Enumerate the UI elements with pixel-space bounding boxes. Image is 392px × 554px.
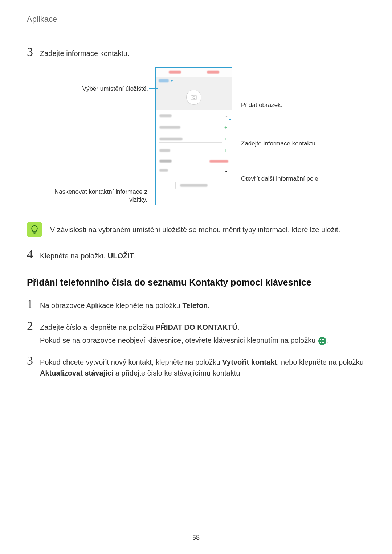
callout-add-image: Přidat obrázek. — [241, 101, 282, 109]
step-text: Klepněte na položku ULOŽIT. — [40, 248, 136, 261]
svg-rect-3 — [33, 231, 36, 232]
text-run: . — [237, 323, 240, 331]
leader-line — [229, 178, 238, 178]
step-text: Zadejte číslo a klepněte na položku PŘID… — [40, 320, 329, 346]
plus-icon: + — [223, 124, 228, 130]
leader-line — [149, 194, 176, 194]
text-run: Zadejte číslo a klepněte na položku — [40, 323, 156, 331]
text-run: a přidejte číslo ke stávajícímu kontaktu… — [113, 369, 242, 377]
camera-icon — [191, 95, 197, 100]
callout-scan: Naskenovat kontaktní informace z vizitky… — [34, 188, 147, 204]
manual-page: Aplikace 3 Zadejte informace kontaktu. — [0, 0, 392, 554]
text-run: . — [327, 336, 329, 344]
field-email: + — [156, 145, 232, 156]
step-b2: 2 Zadejte číslo a klepněte na položku PŘ… — [27, 320, 365, 346]
bracket-line — [231, 119, 231, 158]
margin-rule — [20, 0, 20, 22]
step-text: Na obrazovce Aplikace klepněte na položk… — [40, 298, 210, 311]
step-4: 4 Klepněte na položku ULOŽIT. — [27, 248, 365, 261]
field-name: ⌄ — [156, 110, 232, 122]
dropdown-triangle-icon — [170, 80, 173, 82]
field-label-blur — [159, 138, 183, 140]
note-icon — [27, 222, 42, 237]
step-b3: 3 Pokud chcete vytvořit nový kontakt, kl… — [27, 354, 365, 378]
leader-line — [149, 88, 158, 89]
scan-label-blur — [180, 184, 208, 187]
text-run: . — [208, 301, 210, 309]
more-label-blur — [159, 169, 168, 172]
more-row: ⌄ — [156, 166, 232, 175]
avatar-area — [156, 85, 232, 110]
text-run: , nebo klepněte na položku — [277, 358, 364, 366]
svg-rect-4 — [33, 233, 35, 234]
text-bold: PŘIDAT DO KONTAKTŮ — [156, 323, 237, 331]
add-photo-button — [186, 90, 201, 105]
leader-line — [200, 104, 238, 104]
text-bold: ULOŽIT — [108, 252, 134, 260]
text-run: . — [134, 252, 136, 260]
text-run: Na obrazovce Aplikace klepněte na položk… — [40, 301, 182, 309]
plus-icon: + — [223, 148, 228, 153]
note: V závislosti na vybraném umístění úložiš… — [27, 222, 365, 237]
step-text: Pokud chcete vytvořit nový kontakt, klep… — [40, 354, 365, 378]
storage-selector — [156, 77, 232, 85]
field-label-blur — [159, 160, 172, 163]
text-bold: Aktualizovat stávající — [40, 369, 113, 377]
phone-mock: ⌄ + + + — [155, 67, 232, 205]
field-organization: + — [156, 122, 232, 133]
page-number: 58 — [0, 534, 392, 542]
step-number: 4 — [27, 248, 40, 260]
section-header: Aplikace — [27, 15, 365, 24]
step-b1: 1 Na obrazovce Aplikace klepněte na polo… — [27, 298, 365, 311]
field-groups — [156, 156, 232, 166]
svg-point-2 — [193, 97, 195, 99]
chevron-down-icon: ⌄ — [224, 167, 228, 174]
note-text: V závislosti na vybraném umístění úložiš… — [50, 226, 340, 234]
callout-enter-info: Zadejte informace kontaktu. — [241, 140, 317, 148]
callout-line: vizitky. — [129, 196, 147, 203]
subheading: Přidání telefonního čísla do seznamu Kon… — [27, 277, 365, 288]
callout-line: Naskenovat kontaktní informace z — [54, 188, 147, 195]
scan-card-button-mock — [175, 182, 212, 189]
callout-storage: Výběr umístění úložiště. — [61, 85, 148, 93]
keypad-icon — [318, 337, 326, 345]
storage-label-blur — [159, 79, 169, 82]
plus-icon: + — [223, 136, 228, 142]
leader-line — [231, 143, 238, 143]
field-phone: + — [156, 133, 232, 145]
text-run: Pokud chcete vytvořit nový kontakt, klep… — [40, 358, 222, 366]
step-number: 2 — [27, 320, 40, 332]
chevron-down-icon: ⌄ — [225, 113, 228, 118]
step-text: Zadejte informace kontaktu. — [40, 46, 130, 59]
text-bold: Vytvořit kontakt — [222, 358, 277, 366]
field-label-blur — [159, 126, 180, 129]
text-run: Klepněte na položku — [40, 252, 108, 260]
callout-open-more: Otevřít další informační pole. — [241, 175, 320, 183]
field-label-blur — [159, 149, 170, 152]
step-3: 3 Zadejte informace kontaktu. — [27, 46, 365, 59]
tab-cancel-blur — [169, 71, 181, 74]
step-number: 1 — [27, 298, 40, 310]
text-bold: Telefon — [182, 301, 208, 309]
bracket-tick — [229, 158, 231, 158]
bracket-tick — [229, 119, 231, 120]
scan-card-row — [156, 180, 232, 190]
step-number: 3 — [27, 46, 40, 58]
contact-editor-diagram: ⌄ + + + — [27, 67, 365, 213]
tab-save-blur — [207, 71, 219, 74]
tab-bar — [156, 68, 232, 77]
step-number: 3 — [27, 354, 40, 367]
field-label-blur — [159, 114, 172, 117]
value-red-blur — [209, 160, 228, 163]
text-run: Pokud se na obrazovce neobjeví klávesnic… — [40, 336, 318, 344]
